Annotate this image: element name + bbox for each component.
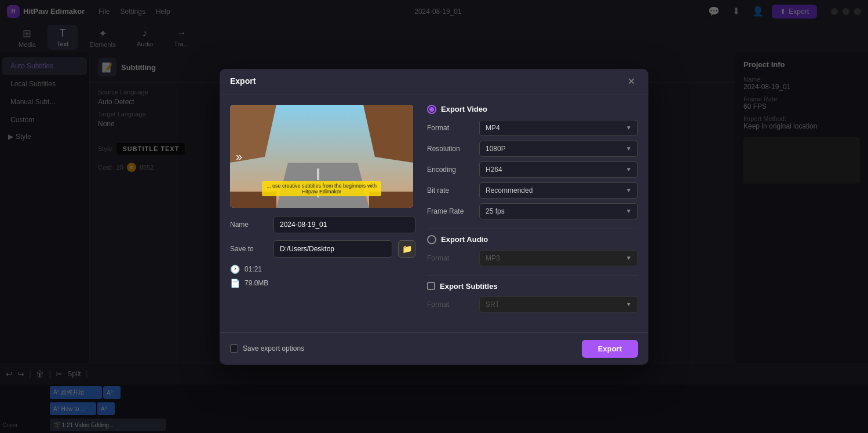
export-audio-group: Export Audio Format MP3 ▼ xyxy=(427,235,638,266)
subtitles-format-chevron-icon: ▼ xyxy=(626,301,632,307)
format-label: Format xyxy=(427,124,479,132)
frame-rate-field-row: Frame Rate 25 fps ▼ xyxy=(427,203,638,219)
encoding-value: H264 xyxy=(486,166,502,174)
save-export-options-checkbox[interactable] xyxy=(230,344,238,353)
resolution-chevron-icon: ▼ xyxy=(626,145,632,152)
dialog-right: Export Video Format MP4 ▼ Resolution 108… xyxy=(427,105,638,322)
format-chevron-icon: ▼ xyxy=(626,124,632,131)
dialog-close-button[interactable]: ✕ xyxy=(624,74,638,88)
resolution-value: 1080P xyxy=(486,145,506,153)
export-dialog: Export ✕ xyxy=(220,69,648,365)
encoding-chevron-icon: ▼ xyxy=(626,166,632,173)
encoding-select[interactable]: H264 ▼ xyxy=(479,162,638,178)
export-video-group: Export Video Format MP4 ▼ Resolution 108… xyxy=(427,105,638,219)
bit-rate-label: Bit rate xyxy=(427,186,479,195)
name-form-row: Name xyxy=(230,216,415,233)
save-to-form-row: Save to 📁 xyxy=(230,240,415,258)
file-size-value: 79.0MB xyxy=(245,279,268,287)
duration-value: 01:21 xyxy=(245,265,262,273)
format-value: MP4 xyxy=(486,124,500,132)
save-to-label: Save to xyxy=(230,245,268,253)
encoding-label: Encoding xyxy=(427,166,479,174)
frame-rate-export-label: Frame Rate xyxy=(427,207,479,215)
name-input[interactable] xyxy=(273,216,415,233)
browse-folder-button[interactable]: 📁 xyxy=(398,240,415,258)
clock-icon: 🕐 xyxy=(230,265,240,274)
export-subtitles-group: Export Subtitles Format SRT ▼ xyxy=(427,282,638,313)
save-export-options-label: Save export options xyxy=(243,344,304,353)
dialog-footer: Save export options Export xyxy=(220,332,648,365)
format-select[interactable]: MP4 ▼ xyxy=(479,120,638,136)
frame-rate-chevron-icon: ▼ xyxy=(626,208,632,214)
frame-rate-select[interactable]: 25 fps ▼ xyxy=(479,203,638,219)
format-field-row: Format MP4 ▼ xyxy=(427,120,638,136)
bit-rate-value: Recommended xyxy=(486,186,533,195)
frame-rate-export-value: 25 fps xyxy=(486,207,505,215)
dialog-header: Export ✕ xyxy=(220,69,648,94)
save-to-input[interactable] xyxy=(273,240,392,258)
resolution-select[interactable]: 1080P ▼ xyxy=(479,141,638,157)
export-video-radio[interactable] xyxy=(427,105,436,114)
svg-rect-4 xyxy=(317,168,319,180)
resolution-field-row: Resolution 1080P ▼ xyxy=(427,141,638,157)
audio-format-label: Format xyxy=(427,254,479,262)
save-export-options-row: Save export options xyxy=(230,344,304,353)
export-video-header: Export Video xyxy=(427,105,638,114)
dialog-body: ... use creative subtitles from the begi… xyxy=(220,94,648,332)
bit-rate-select[interactable]: Recommended ▼ xyxy=(479,182,638,199)
export-audio-radio[interactable] xyxy=(427,235,436,244)
divider-2 xyxy=(427,276,638,276)
subtitles-format-value: SRT xyxy=(486,300,499,309)
divider-1 xyxy=(427,229,638,229)
preview-nav-left[interactable]: » xyxy=(236,149,242,163)
encoding-field-row: Encoding H264 ▼ xyxy=(427,162,638,178)
audio-format-select: MP3 ▼ xyxy=(479,250,638,266)
export-audio-title: Export Audio xyxy=(441,235,488,244)
export-button[interactable]: Export xyxy=(582,340,638,358)
preview-subtitle-text: ... use creative subtitles from the begi… xyxy=(262,181,381,196)
export-subtitles-title: Export Subtitles xyxy=(440,282,498,291)
file-size-row: 📄 79.0MB xyxy=(230,278,415,288)
subtitles-format-select: SRT ▼ xyxy=(479,296,638,313)
export-subtitles-header: Export Subtitles xyxy=(427,282,638,291)
duration-row: 🕐 01:21 xyxy=(230,265,415,274)
bit-rate-chevron-icon: ▼ xyxy=(626,187,632,193)
modal-overlay: Export ✕ xyxy=(0,0,868,433)
export-video-title: Export Video xyxy=(441,105,487,113)
subtitles-format-field-row: Format SRT ▼ xyxy=(427,296,638,313)
file-icon: 📄 xyxy=(230,278,240,288)
preview-thumbnail: ... use creative subtitles from the begi… xyxy=(230,105,413,208)
resolution-label: Resolution xyxy=(427,145,479,153)
audio-format-chevron-icon: ▼ xyxy=(626,255,632,261)
subtitles-format-label: Format xyxy=(427,300,479,309)
name-label: Name xyxy=(230,221,268,229)
audio-format-value: MP3 xyxy=(486,254,500,262)
bit-rate-field-row: Bit rate Recommended ▼ xyxy=(427,182,638,199)
audio-format-field-row: Format MP3 ▼ xyxy=(427,250,638,266)
dialog-title: Export xyxy=(230,76,624,86)
export-audio-header: Export Audio xyxy=(427,235,638,244)
export-subtitles-checkbox[interactable] xyxy=(427,282,435,290)
dialog-left: ... use creative subtitles from the begi… xyxy=(230,105,415,322)
